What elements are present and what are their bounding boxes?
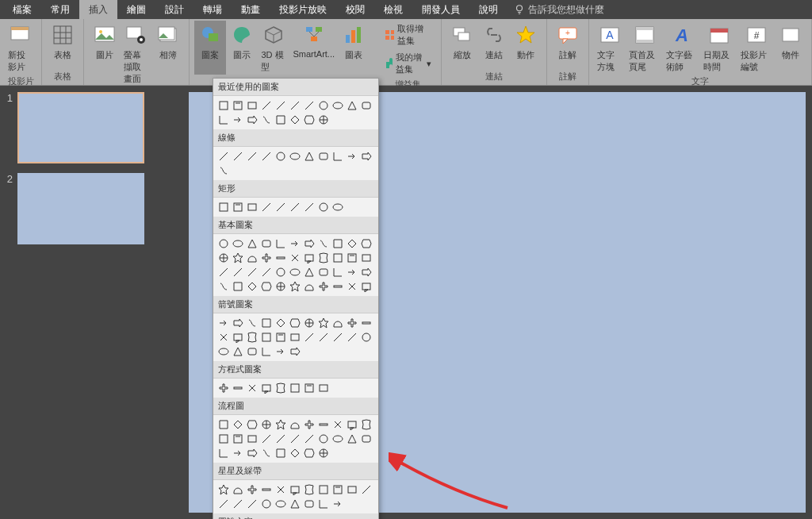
shape-item[interactable] (274, 317, 287, 329)
shape-item[interactable] (331, 483, 344, 496)
shape-item[interactable] (346, 266, 358, 279)
shape-item[interactable] (317, 113, 330, 126)
shape-item[interactable] (289, 317, 301, 329)
shape-item[interactable] (260, 345, 273, 358)
shape-item[interactable] (260, 113, 273, 126)
shape-item[interactable] (246, 498, 259, 510)
shape-item[interactable] (274, 498, 287, 510)
shape-item[interactable] (274, 201, 287, 213)
shape-item[interactable] (232, 345, 244, 358)
shape-item[interactable] (331, 99, 344, 112)
shape-item[interactable] (260, 432, 273, 445)
get-addins-button[interactable]: 取得增益集 (379, 21, 436, 49)
shape-item[interactable] (360, 317, 373, 329)
shape-item[interactable] (274, 331, 287, 344)
shape-item[interactable] (346, 418, 358, 431)
tab-design[interactable]: 設計 (155, 0, 193, 20)
shape-item[interactable] (274, 280, 287, 293)
shape-item[interactable] (303, 382, 316, 394)
shape-item[interactable] (217, 317, 230, 329)
tab-transitions[interactable]: 轉場 (193, 0, 232, 20)
shape-item[interactable] (303, 432, 316, 445)
shape-item[interactable] (260, 447, 273, 459)
shape-item[interactable] (360, 331, 373, 344)
shape-item[interactable] (260, 150, 273, 163)
shape-item[interactable] (246, 345, 259, 358)
shape-item[interactable] (331, 331, 344, 344)
tab-developer[interactable]: 開發人員 (412, 0, 469, 20)
shape-item[interactable] (274, 432, 287, 445)
shape-item[interactable] (331, 280, 344, 293)
shape-item[interactable] (317, 317, 330, 329)
shape-item[interactable] (317, 483, 330, 496)
shape-item[interactable] (232, 498, 244, 510)
shape-item[interactable] (232, 432, 244, 445)
shape-item[interactable] (217, 150, 230, 163)
shape-item[interactable] (317, 201, 330, 213)
shape-item[interactable] (260, 498, 273, 510)
shape-item[interactable] (260, 418, 273, 431)
shape-item[interactable] (246, 280, 259, 293)
shape-item[interactable] (246, 382, 259, 394)
shape-item[interactable] (346, 432, 358, 445)
shape-item[interactable] (303, 331, 316, 344)
shape-item[interactable] (246, 317, 259, 329)
tab-animations[interactable]: 動畫 (232, 0, 270, 20)
chart-button[interactable]: 圖表 (338, 21, 370, 75)
shape-item[interactable] (346, 317, 358, 329)
shape-item[interactable] (317, 418, 330, 431)
my-addins-button[interactable]: 我的增益集 ▾ (379, 49, 436, 78)
shape-item[interactable] (274, 252, 287, 264)
shape-item[interactable] (260, 237, 273, 250)
wordart-button[interactable]: A 文字藝術師 (663, 21, 700, 75)
shape-item[interactable] (232, 483, 244, 496)
shape-item[interactable] (360, 99, 373, 112)
shapes-button[interactable]: 圖案 (194, 21, 226, 75)
screenshot-button[interactable]: 螢幕擷取畫面 (121, 21, 152, 86)
shape-item[interactable] (260, 483, 273, 496)
shape-item[interactable] (260, 99, 273, 112)
shape-item[interactable] (303, 498, 316, 510)
shape-item[interactable] (303, 113, 316, 126)
shape-item[interactable] (246, 447, 259, 459)
shape-item[interactable] (331, 266, 344, 279)
shape-item[interactable] (289, 201, 301, 213)
shape-item[interactable] (317, 99, 330, 112)
shape-item[interactable] (317, 150, 330, 163)
shape-item[interactable] (289, 331, 301, 344)
shape-item[interactable] (331, 150, 344, 163)
shape-item[interactable] (232, 418, 244, 431)
shape-item[interactable] (346, 150, 358, 163)
tab-draw[interactable]: 繪圖 (117, 0, 155, 20)
thumbnail-1[interactable]: 1 (0, 92, 159, 163)
link-button[interactable]: 連結 (478, 21, 510, 63)
shape-item[interactable] (232, 382, 244, 394)
shape-item[interactable] (274, 266, 287, 279)
shape-item[interactable] (260, 331, 273, 344)
shape-item[interactable] (289, 432, 301, 445)
shape-item[interactable] (317, 447, 330, 459)
shape-item[interactable] (217, 447, 230, 459)
shape-item[interactable] (317, 237, 330, 250)
shape-item[interactable] (246, 266, 259, 279)
shape-item[interactable] (303, 150, 316, 163)
shape-item[interactable] (246, 252, 259, 264)
tab-help[interactable]: 說明 (469, 0, 508, 20)
shape-item[interactable] (303, 237, 316, 250)
shape-item[interactable] (217, 113, 230, 126)
shape-item[interactable] (246, 418, 259, 431)
shape-item[interactable] (289, 483, 301, 496)
shape-item[interactable] (246, 331, 259, 344)
header-footer-button[interactable]: 頁首及頁尾 (626, 21, 663, 75)
shape-item[interactable] (303, 447, 316, 459)
shape-item[interactable] (232, 113, 244, 126)
shape-item[interactable] (303, 483, 316, 496)
zoom-button[interactable]: 縮放 (446, 21, 478, 63)
new-slide-button[interactable]: 新投影片 (5, 21, 36, 75)
shape-item[interactable] (289, 447, 301, 459)
shape-item[interactable] (217, 237, 230, 250)
tab-file[interactable]: 檔案 (3, 0, 41, 20)
tab-review[interactable]: 校閱 (336, 0, 374, 20)
shape-item[interactable] (331, 252, 344, 264)
shape-item[interactable] (346, 280, 358, 293)
